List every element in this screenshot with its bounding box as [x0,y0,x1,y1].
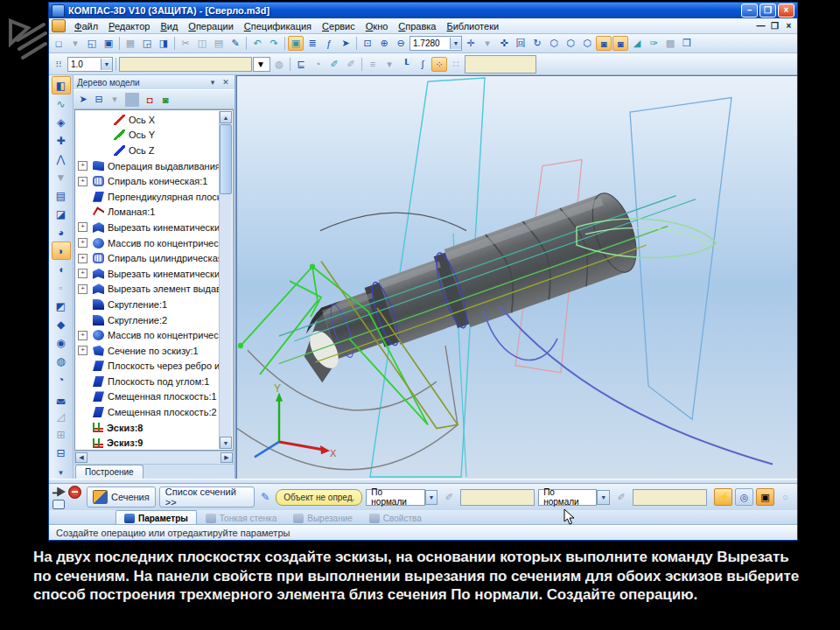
tree-item[interactable]: + Операция выдавливания:1 [75,158,219,174]
mdi-close-button[interactable]: × [783,21,794,31]
context-help-icon[interactable]: ➤ [338,36,354,51]
ortho-icon[interactable]: ∷ [448,57,464,72]
scroll-up-icon[interactable]: ▲ [220,111,232,123]
edit-part-icon[interactable]: ◧ [52,76,71,94]
chevron-down-icon[interactable]: ▼ [425,490,438,505]
viewport-3d[interactable]: Y X [236,75,797,479]
sep[interactable] [361,58,362,71]
array-icon[interactable]: ⊞ [52,425,71,444]
pencil-1-icon[interactable]: ✐ [326,57,342,72]
sep[interactable] [246,37,247,50]
tree-item[interactable]: Плоскость под углом:1 [75,374,219,389]
print-preview-icon[interactable]: ◲ [139,36,155,51]
tree-pointer-icon[interactable]: ➤ [76,93,90,107]
sep[interactable] [284,37,285,50]
normal-mode-combo-2[interactable]: По нормали [538,489,597,506]
spec-icon[interactable]: ▤ [52,186,71,205]
menu-item[interactable]: Сервис [317,20,360,32]
close-icon[interactable]: ✕ [220,78,231,87]
move-view-icon[interactable]: ✜ [496,36,512,51]
menu-item[interactable]: Операции [183,20,238,32]
interrupt-command-button[interactable] [68,486,81,499]
tree-vertical-scrollbar[interactable]: ▲ ▼ [219,111,232,449]
tree-item[interactable]: + Спираль цилиндрическая:1 [75,250,219,266]
menu-item[interactable]: Редактор [103,20,155,32]
copy-icon[interactable]: ◫ [194,36,210,51]
cut-icon[interactable]: ✂ [178,36,193,51]
pan-dropdown-icon[interactable]: ▾ [480,36,495,51]
detail-icon[interactable]: ▫ [52,278,71,297]
tree-component-icon[interactable]: ◘ [143,93,157,107]
trajectory-icon[interactable]: ✐ [613,490,629,505]
sep[interactable] [356,37,357,50]
scroll-left-icon[interactable]: ◀ [75,452,88,463]
trajectory-icon[interactable]: ✐ [441,490,457,505]
loft-icon[interactable]: ◖ [52,260,71,278]
tree-item[interactable]: Эскиз:8 [75,420,219,436]
copy-properties-icon[interactable]: ✎ [228,36,243,51]
hole-icon[interactable]: ◍ [52,352,71,370]
pan-icon[interactable]: ✛ [463,36,479,51]
tree-horizontal-scrollbar[interactable]: ◀ ▶ [74,451,234,465]
shaded-view-icon[interactable]: ◙ [596,36,612,51]
expand-icon[interactable]: + [78,269,88,278]
tree-item[interactable]: Скругление:1 [75,297,219,312]
curves-icon[interactable]: ∿ [52,94,71,113]
extra-icon[interactable]: ○ [777,489,794,505]
tree-item[interactable]: Смещенная плоскость:1 [75,389,219,405]
tree-item[interactable]: + Спираль коническая:1 [75,173,219,189]
mdi-minimize-button[interactable]: — [755,21,766,31]
tree-item[interactable]: + Массив по концентрическо [75,327,219,343]
spline-icon[interactable]: ʃ [415,57,430,72]
tree-item[interactable]: Смещенная плоскость:2 [75,404,219,420]
pin-icon[interactable]: ▾ [207,78,218,87]
chevron-down-icon[interactable]: ▼ [450,38,461,49]
minimize-button[interactable]: – [741,4,758,18]
expand-icon[interactable]: + [78,238,88,248]
expand-icon[interactable]: + [78,331,88,340]
sketch-mode-icon[interactable]: ⁘ [431,57,447,72]
paste-icon[interactable]: ▤ [211,36,227,51]
property-tab[interactable]: Вырезание [285,511,360,525]
rotate-view-icon[interactable]: ↻ [529,36,545,51]
undo-icon[interactable]: ↶ [249,36,265,51]
tree-item[interactable]: Перпендикулярная плоско [75,189,219,205]
tree-item[interactable]: + Массив по концентрическо [75,235,219,251]
menu-item[interactable]: Спецификация [239,20,317,32]
preview-mode-icon[interactable]: ▣ [288,36,304,51]
sketch-field-1[interactable] [460,489,535,506]
step-combo[interactable]: 1.0 ▼ [67,57,113,72]
tree-item[interactable]: Ломаная:1 [75,205,219,220]
new-window-icon[interactable]: ❒ [679,36,695,51]
expand-icon[interactable]: + [78,222,88,232]
tree-item[interactable]: Плоскость через ребро и в [75,359,219,374]
orientation-iso-icon[interactable]: ⬡ [563,36,578,51]
fillet-icon[interactable]: ◉ [52,333,71,352]
tree-item[interactable]: Ось Z [75,143,219,158]
sections-list-button[interactable]: Список сечений >> [159,486,256,508]
mdi-restore-button[interactable]: ❐ [769,21,780,31]
perspective-icon[interactable]: ◢ [629,36,645,51]
zoom-frame-icon[interactable]: ⊡ [360,36,375,51]
tree-item[interactable]: + Сечение по эскизу:1 [75,343,219,359]
variables-icon[interactable]: ≣ [304,36,320,51]
remember-state-icon[interactable]: ◎ [735,488,753,506]
orientation-dropdown-icon[interactable]: ⬡ [579,36,595,51]
rib-icon[interactable]: ◔ [52,370,71,388]
tree-structure-icon[interactable]: ⊟ [92,93,106,107]
new-document-icon[interactable]: □ [51,36,66,51]
tree-structure-dropdown-icon[interactable]: ▾ [108,93,122,107]
tree-item[interactable]: + Вырезать кинематический [75,266,219,282]
search-field[interactable] [465,55,536,74]
simplify-icon[interactable]: ▩ [662,36,678,51]
chevron-down-icon[interactable]: ▼ [58,469,65,477]
pencil-icon[interactable]: ✎ [258,490,272,504]
line-style-icon[interactable]: ≡ [365,57,381,72]
scroll-thumb[interactable] [220,124,232,194]
extrude-icon[interactable]: ◪ [52,205,71,223]
expand-icon[interactable]: + [78,161,88,171]
orientation-front-icon[interactable]: ⬡ [546,36,562,51]
print-icon[interactable]: ▦ [122,36,138,51]
surfaces-icon[interactable]: ◈ [52,113,71,131]
scroll-right-icon[interactable]: ▶ [220,452,233,463]
